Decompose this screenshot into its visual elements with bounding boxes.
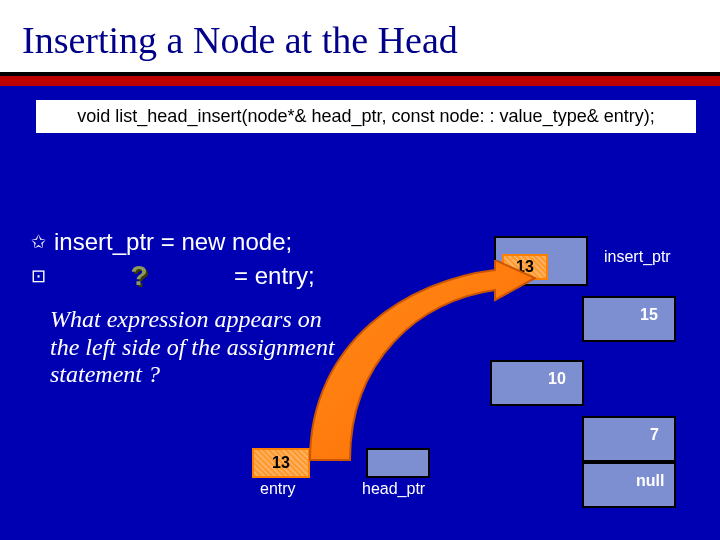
bullet-star-icon: ✩ bbox=[28, 231, 48, 253]
question-text: What expression appears on the left side… bbox=[50, 306, 350, 389]
title-area: Inserting a Node at the Head bbox=[0, 0, 720, 72]
list-node-3-value: null bbox=[636, 472, 664, 490]
signature-box: void list_head_insert(node*& head_ptr, c… bbox=[36, 100, 696, 133]
list-node-2-value: 7 bbox=[650, 426, 659, 444]
head-ptr-label: head_ptr bbox=[362, 480, 425, 498]
code-line-1: ✩ insert_ptr = new node; bbox=[28, 228, 315, 256]
entry-value-box: 13 bbox=[252, 448, 310, 478]
head-ptr-box bbox=[366, 448, 430, 478]
insert-ptr-value: 13 bbox=[502, 254, 548, 280]
blank-question-mark: ? bbox=[54, 260, 224, 292]
bullet-dot-icon: ⊡ bbox=[28, 265, 48, 287]
code-lines: ✩ insert_ptr = new node; ⊡ ? = entry; bbox=[28, 228, 315, 296]
entry-label: entry bbox=[260, 480, 296, 498]
list-node-1-value: 10 bbox=[548, 370, 566, 388]
code-line-2-rest: = entry; bbox=[234, 262, 315, 290]
insert-ptr-label: insert_ptr bbox=[604, 248, 671, 266]
page-title: Inserting a Node at the Head bbox=[22, 18, 720, 62]
divider-red bbox=[0, 76, 720, 86]
list-node-2 bbox=[582, 416, 676, 462]
blank-expression-box: ? bbox=[54, 262, 224, 290]
list-node-0-value: 15 bbox=[640, 306, 658, 324]
code-line-1-text: insert_ptr = new node; bbox=[54, 228, 292, 256]
code-line-2: ⊡ ? = entry; bbox=[28, 262, 315, 290]
signature-text: void list_head_insert(node*& head_ptr, c… bbox=[77, 106, 654, 126]
list-node-0 bbox=[582, 296, 676, 342]
list-node-1 bbox=[490, 360, 584, 406]
